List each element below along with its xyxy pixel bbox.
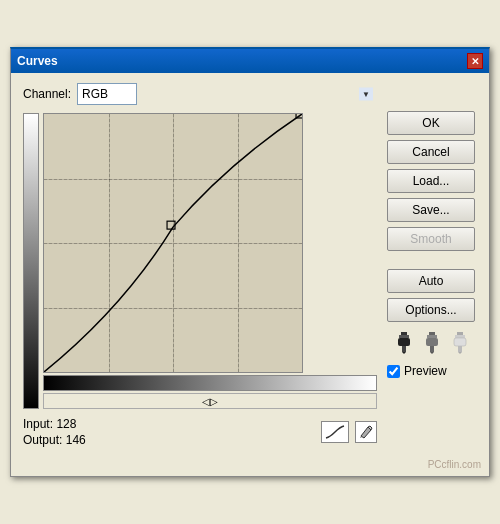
svg-marker-14 bbox=[458, 352, 462, 354]
curves-container: ◁▷ bbox=[43, 113, 377, 409]
input-label: Input: 128 bbox=[23, 417, 86, 431]
eyedropper-row bbox=[387, 331, 477, 355]
channel-label: Channel: bbox=[23, 87, 71, 101]
curves-canvas[interactable] bbox=[43, 113, 303, 373]
output-value: 146 bbox=[66, 433, 86, 447]
preview-row: Preview bbox=[387, 364, 477, 378]
separator bbox=[387, 256, 477, 264]
eyedropper-gray-button[interactable] bbox=[420, 331, 444, 355]
title-bar: Curves ✕ bbox=[11, 49, 489, 73]
cancel-button[interactable]: Cancel bbox=[387, 140, 475, 164]
curve-tool-button[interactable] bbox=[321, 421, 349, 443]
input-value: 128 bbox=[56, 417, 76, 431]
preview-label: Preview bbox=[404, 364, 447, 378]
scroll-icon: ◁▷ bbox=[202, 396, 218, 407]
options-button[interactable]: Options... bbox=[387, 298, 475, 322]
svg-rect-12 bbox=[454, 338, 466, 346]
svg-rect-0 bbox=[401, 332, 407, 335]
svg-rect-11 bbox=[455, 335, 465, 338]
close-button[interactable]: ✕ bbox=[467, 53, 483, 69]
curve-path bbox=[44, 114, 302, 372]
channel-select[interactable]: RGB Red Green Blue bbox=[77, 83, 137, 105]
curves-svg bbox=[44, 114, 302, 372]
dialog-body: Channel: RGB Red Green Blue bbox=[11, 73, 489, 457]
left-panel: Channel: RGB Red Green Blue bbox=[23, 83, 377, 447]
eyedropper-gray-icon bbox=[423, 332, 441, 354]
eyedropper-white-button[interactable] bbox=[448, 331, 472, 355]
eyedropper-black-button[interactable] bbox=[392, 331, 416, 355]
tool-icons bbox=[321, 421, 377, 443]
svg-rect-5 bbox=[429, 332, 435, 335]
svg-rect-1 bbox=[399, 335, 409, 338]
output-label: Output: 146 bbox=[23, 433, 86, 447]
svg-rect-7 bbox=[426, 338, 438, 346]
input-output-area: Input: 128 Output: 146 bbox=[23, 417, 377, 447]
gradient-bar-horizontal bbox=[43, 375, 377, 391]
ok-button[interactable]: OK bbox=[387, 111, 475, 135]
eyedropper-black-icon bbox=[395, 332, 413, 354]
save-button[interactable]: Save... bbox=[387, 198, 475, 222]
eyedropper-white-icon bbox=[451, 332, 469, 354]
smooth-button[interactable]: Smooth bbox=[387, 227, 475, 251]
channel-row: Channel: RGB Red Green Blue bbox=[23, 83, 377, 105]
svg-rect-8 bbox=[430, 346, 434, 352]
svg-marker-9 bbox=[430, 352, 434, 354]
svg-rect-13 bbox=[458, 346, 462, 352]
scroll-indicator[interactable]: ◁▷ bbox=[43, 393, 377, 409]
curve-tool-icon bbox=[325, 425, 345, 439]
load-button[interactable]: Load... bbox=[387, 169, 475, 193]
io-labels: Input: 128 Output: 146 bbox=[23, 417, 86, 447]
pencil-tool-icon bbox=[359, 425, 373, 439]
preview-checkbox[interactable] bbox=[387, 365, 400, 378]
svg-marker-4 bbox=[402, 352, 406, 354]
curves-area: ◁▷ bbox=[23, 113, 377, 409]
svg-rect-2 bbox=[398, 338, 410, 346]
channel-select-wrapper: RGB Red Green Blue bbox=[77, 83, 377, 105]
pencil-tool-button[interactable] bbox=[355, 421, 377, 443]
curves-dialog: Curves ✕ Channel: RGB Red Green Blue bbox=[10, 47, 490, 477]
watermark: PCcflin.com bbox=[11, 457, 489, 476]
window-title: Curves bbox=[17, 54, 58, 68]
gradient-bar-vertical bbox=[23, 113, 39, 409]
auto-button[interactable]: Auto bbox=[387, 269, 475, 293]
svg-rect-3 bbox=[402, 346, 406, 352]
right-panel: OK Cancel Load... Save... Smooth Auto Op… bbox=[387, 83, 477, 447]
svg-rect-6 bbox=[427, 335, 437, 338]
svg-rect-10 bbox=[457, 332, 463, 335]
